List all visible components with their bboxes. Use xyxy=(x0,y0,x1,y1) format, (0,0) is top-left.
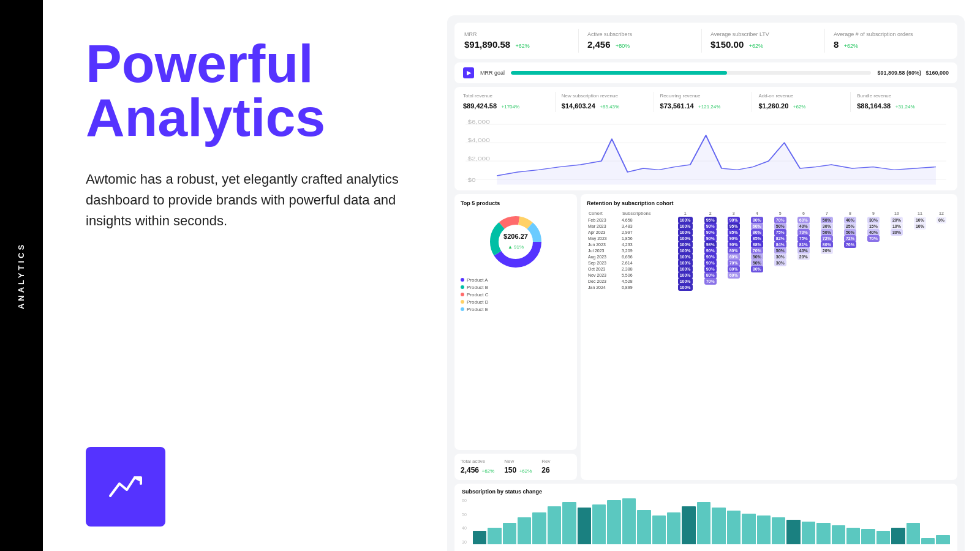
bar-column xyxy=(622,498,636,544)
bar-column xyxy=(802,522,815,545)
left-panel: Powerful Analytics Awtomic has a robust,… xyxy=(43,0,447,551)
revenue-row: Total revenue $89,424.58 +1704% New subs… xyxy=(454,87,957,190)
bar-column xyxy=(488,528,501,545)
bar-column xyxy=(786,520,800,544)
table-row: Dec 20234,528100%70% xyxy=(587,278,951,284)
bar-column xyxy=(876,531,890,545)
stat-subscribers-label: Active subscribers xyxy=(587,31,693,37)
table-row: Oct 20232,388100%90%80%80% xyxy=(587,266,951,272)
table-header-cell: 4 xyxy=(745,210,769,217)
bar-column xyxy=(503,523,516,544)
list-item: Product A xyxy=(461,277,571,283)
stat-mrr: MRR $91,890.58 +62% xyxy=(464,29,579,53)
svg-text:$0: $0 xyxy=(467,177,476,182)
bar-column xyxy=(742,514,755,544)
subscriber-stats-row: Total active 2,456 +62% New 150 +62% Rev xyxy=(461,459,571,475)
revenue-line-chart: $6,000 $4,000 $2,000 $0 xyxy=(463,117,949,190)
retention-title: Retention by subscription cohort xyxy=(587,200,951,206)
table-header-cell: 5 xyxy=(769,210,792,217)
stat-subscribers: Active subscribers 2,456 +80% xyxy=(579,29,702,53)
stat-ltv: Average subscriber LTV $150.00 +62% xyxy=(702,29,825,53)
goal-icon: ▶ xyxy=(463,67,474,78)
stat-ltv-value: $150.00 +62% xyxy=(710,39,816,50)
table-row: Apr 20232,997100%90%85%80%75%70%50%50%40… xyxy=(587,229,951,235)
table-row: Jun 20234,233100%98%90%88%84%81%80%76% xyxy=(587,241,951,247)
bar-column xyxy=(727,511,741,544)
rev-new: New subscription revenue $14,603.24 +85.… xyxy=(556,92,654,112)
goal-label: MRR goal xyxy=(480,70,505,76)
hero-section: Powerful Analytics Awtomic has a robust,… xyxy=(86,37,410,231)
svg-text:$2,000: $2,000 xyxy=(467,156,490,161)
table-header-cell: 10 xyxy=(885,210,908,217)
table-row: Nov 20235,506100%80%60% xyxy=(587,272,951,278)
bar-column xyxy=(772,517,785,544)
rev-recurring: Recurring revenue $73,561.14 +121.24% xyxy=(654,92,753,112)
total-active-stat: Total active 2,456 +62% xyxy=(461,459,494,475)
top-products-title: Top 5 products xyxy=(461,200,571,206)
bar-column xyxy=(548,506,561,545)
retention-panel: Retention by subscription cohort CohortS… xyxy=(581,194,957,480)
bar-column xyxy=(667,512,680,545)
svg-text:$6,000: $6,000 xyxy=(467,119,490,124)
bar-chart-area xyxy=(473,498,950,544)
goal-amount: $91,809.58 (60%) $160,000 xyxy=(877,70,949,76)
sidebar-label: ANALYTICS xyxy=(17,242,26,309)
right-panel: MRR $91,890.58 +62% Active subscribers 2… xyxy=(447,0,980,551)
table-header-cell: Cohort xyxy=(587,210,620,217)
table-header-cell: 12 xyxy=(932,210,951,217)
stat-subscribers-value: 2,456 +80% xyxy=(587,39,693,50)
bar-column xyxy=(712,508,725,544)
top-products-card: Top 5 products $206.27 xyxy=(454,194,577,450)
rev-addon: Add-on revenue $1,260.20 +62% xyxy=(752,92,851,112)
middle-section: Top 5 products $206.27 xyxy=(454,194,957,480)
table-row: Sep 20232,614100%90%70%50%30% xyxy=(587,260,951,266)
goal-bar-track xyxy=(511,71,871,75)
bar-column xyxy=(607,500,620,545)
products-panel: Top 5 products $206.27 xyxy=(454,194,577,480)
table-row: Jan 20246,899100% xyxy=(587,284,951,290)
bar-column xyxy=(637,510,650,544)
table-header-cell: 3 xyxy=(722,210,745,217)
hero-title: Powerful Analytics xyxy=(86,37,410,144)
table-header-cell: 1 xyxy=(671,210,698,217)
revenue-metrics: Total revenue $89,424.58 +1704% New subs… xyxy=(463,92,949,112)
trend-icon xyxy=(107,468,144,505)
table-header-cell: Subscriptions xyxy=(620,210,671,217)
table-row: Mar 20233,483100%90%95%60%50%40%30%25%15… xyxy=(587,223,951,229)
bar-column xyxy=(816,523,830,544)
table-header-cell: 11 xyxy=(908,210,932,217)
table-header-cell: 6 xyxy=(792,210,815,217)
bar-column xyxy=(578,508,591,544)
list-item: Product D xyxy=(461,299,571,305)
stat-mrr-label: MRR xyxy=(464,31,570,37)
bar-column xyxy=(592,504,606,544)
dashboard-container: MRR $91,890.58 +62% Active subscribers 2… xyxy=(447,15,965,551)
bar-column xyxy=(757,515,771,545)
bar-column xyxy=(562,502,576,544)
table-header-cell: 7 xyxy=(815,210,839,217)
bar-column xyxy=(891,528,905,545)
retention-table-body: Feb 20234,658100%95%90%80%70%60%50%40%30… xyxy=(587,217,951,290)
stat-orders-value: 8 +62% xyxy=(834,39,939,50)
goal-row: ▶ MRR goal $91,809.58 (60%) $160,000 xyxy=(454,62,957,83)
bar-column xyxy=(861,529,875,544)
list-item: Product B xyxy=(461,285,571,290)
bar-column xyxy=(532,512,546,545)
table-header-cell: 9 xyxy=(862,210,885,217)
sidebar-strip: ANALYTICS xyxy=(0,0,43,551)
stat-orders: Average # of subscription orders 8 +62% xyxy=(825,29,948,53)
main-content: Powerful Analytics Awtomic has a robust,… xyxy=(43,0,980,551)
product-list: Product A Product B Product C Product D … xyxy=(461,277,571,312)
bar-column xyxy=(832,525,845,544)
table-header-row: CohortSubscriptions123456789101112 xyxy=(587,210,951,217)
goal-bar-fill xyxy=(511,71,727,75)
bar-column xyxy=(921,538,935,544)
table-row: May 20231,856100%90%90%85%82%75%72%72%70… xyxy=(587,235,951,241)
table-row: Feb 20234,658100%95%90%80%70%60%50%40%30… xyxy=(587,217,951,223)
table-row: Jul 20233,209100%90%80%70%50%40%20% xyxy=(587,247,951,253)
donut-label: $206.27 ▲ 91% xyxy=(503,233,528,251)
y-axis-labels: 60 50 40 30 xyxy=(462,498,467,544)
bottom-chart-card: Subscription by status change 60 50 40 3… xyxy=(454,484,957,551)
bar-column xyxy=(697,502,710,544)
list-item: Product E xyxy=(461,307,571,312)
